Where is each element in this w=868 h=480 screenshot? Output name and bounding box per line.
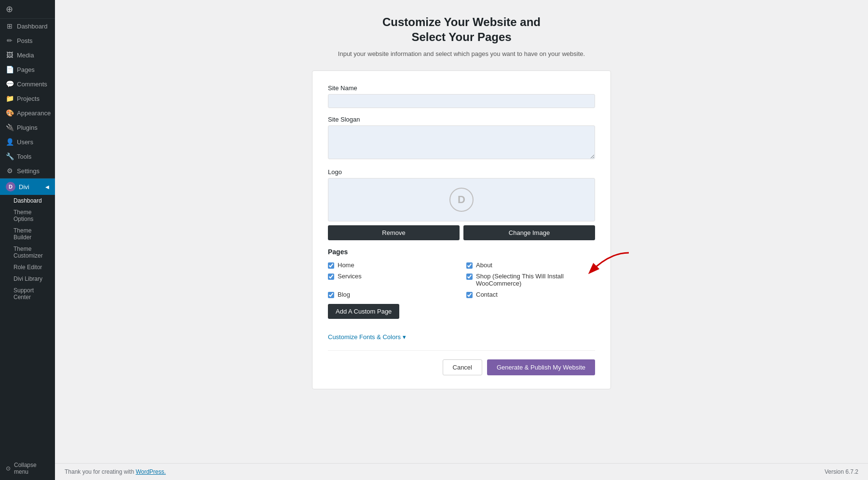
divi-sub-label: Role Editor bbox=[14, 264, 42, 271]
divi-sub-item-role-editor[interactable]: Role Editor bbox=[0, 261, 55, 273]
sidebar-item-comments[interactable]: 💬 Comments bbox=[0, 77, 55, 91]
sidebar-item-label: Plugins bbox=[17, 124, 38, 131]
logo-buttons: Remove Change Image bbox=[328, 225, 595, 240]
footer-text: Thank you for creating with WordPress. bbox=[65, 468, 166, 475]
pages-grid: Home About bbox=[328, 261, 595, 298]
cancel-button[interactable]: Cancel bbox=[443, 359, 482, 375]
divi-menu-item[interactable]: D Divi ◀ bbox=[0, 178, 55, 195]
add-custom-page-button[interactable]: Add A Custom Page bbox=[328, 304, 399, 319]
page-title: Customize Your Website and Select Your P… bbox=[382, 14, 541, 44]
page-subtitle: Input your website information and selec… bbox=[338, 49, 585, 59]
page-checkbox-contact[interactable]: Contact bbox=[466, 291, 595, 298]
media-icon: 🖼 bbox=[6, 51, 14, 59]
sidebar-item-users[interactable]: 👤 Users bbox=[0, 135, 55, 149]
form-footer: Cancel Generate & Publish My Website bbox=[328, 350, 595, 375]
sidebar: ⊕ ⊞ Dashboard ✏ Posts 🖼 Media 📄 Pages 💬 … bbox=[0, 0, 55, 480]
checkbox-home[interactable] bbox=[328, 262, 334, 269]
content-area: Customize Your Website and Select Your P… bbox=[55, 0, 868, 463]
sidebar-item-settings[interactable]: ⚙ Settings bbox=[0, 164, 55, 178]
sidebar-item-label: Comments bbox=[17, 81, 47, 88]
change-image-button[interactable]: Change Image bbox=[463, 225, 595, 240]
collapse-menu-button[interactable]: ⊙ Collapse menu bbox=[0, 457, 55, 480]
divi-sub-label: Support Center bbox=[14, 287, 34, 301]
page-checkbox-home[interactable]: Home bbox=[328, 261, 457, 269]
publish-button[interactable]: Generate & Publish My Website bbox=[487, 359, 595, 375]
page-checkbox-blog[interactable]: Blog bbox=[328, 291, 457, 298]
sidebar-item-label: Appearance bbox=[17, 110, 51, 117]
main-content: Customize Your Website and Select Your P… bbox=[55, 0, 868, 480]
divi-icon: D bbox=[6, 182, 15, 192]
remove-logo-button[interactable]: Remove bbox=[328, 225, 460, 240]
sidebar-item-appearance[interactable]: 🎨 Appearance bbox=[0, 106, 55, 120]
pages-section-title: Pages bbox=[328, 248, 595, 256]
version-text: Version 6.7.2 bbox=[825, 468, 858, 475]
sidebar-item-label: Dashboard bbox=[17, 23, 48, 30]
divi-sub-item-theme-builder[interactable]: Theme Builder bbox=[0, 225, 55, 243]
users-icon: 👤 bbox=[6, 138, 14, 146]
checkbox-about[interactable] bbox=[466, 262, 473, 269]
wordpress-link[interactable]: WordPress. bbox=[136, 468, 165, 475]
form-card: Site Name Site Slogan Logo D Remove Chan… bbox=[312, 70, 611, 389]
sidebar-item-pages[interactable]: 📄 Pages bbox=[0, 62, 55, 77]
divi-sub-item-divi-library[interactable]: Divi Library bbox=[0, 273, 55, 285]
sidebar-item-label: Media bbox=[17, 52, 34, 59]
appearance-icon: 🎨 bbox=[6, 109, 14, 117]
comments-icon: 💬 bbox=[6, 80, 14, 88]
sidebar-item-tools[interactable]: 🔧 Tools bbox=[0, 149, 55, 164]
chevron-icon: ◀ bbox=[45, 184, 49, 190]
checkbox-blog[interactable] bbox=[328, 292, 334, 298]
divi-label: Divi bbox=[19, 183, 29, 191]
logo-field-group: Logo D Remove Change Image bbox=[328, 168, 595, 240]
sidebar-item-label: Tools bbox=[17, 153, 31, 160]
customize-fonts-colors-link[interactable]: Customize Fonts & Colors ▾ bbox=[328, 333, 595, 341]
page-checkbox-shop[interactable]: Shop (Selecting This Will Install WooCom… bbox=[466, 273, 595, 287]
collapse-icon: ⊙ bbox=[6, 465, 11, 472]
checkbox-shop[interactable] bbox=[466, 274, 473, 280]
sidebar-item-projects[interactable]: 📁 Projects bbox=[0, 91, 55, 106]
divi-section: D Divi ◀ Dashboard Theme Options Theme B… bbox=[0, 178, 55, 303]
sidebar-item-label: Projects bbox=[17, 95, 40, 102]
logo-label: Logo bbox=[328, 168, 595, 176]
projects-icon: 📁 bbox=[6, 95, 14, 102]
logo-divi-icon: D bbox=[449, 188, 474, 212]
tools-icon: 🔧 bbox=[6, 152, 14, 160]
site-slogan-input[interactable] bbox=[328, 125, 595, 159]
site-name-field-group: Site Name bbox=[328, 84, 595, 108]
divi-sub-label: Theme Options bbox=[14, 209, 33, 222]
site-name-input[interactable] bbox=[328, 94, 595, 108]
wp-icon: ⊕ bbox=[6, 4, 13, 14]
sidebar-item-dashboard[interactable]: ⊞ Dashboard bbox=[0, 19, 55, 33]
sidebar-item-label: Settings bbox=[17, 167, 40, 175]
footer: Thank you for creating with WordPress. V… bbox=[55, 463, 868, 480]
sidebar-item-label: Pages bbox=[17, 66, 35, 73]
sidebar-item-plugins[interactable]: 🔌 Plugins bbox=[0, 120, 55, 135]
posts-icon: ✏ bbox=[6, 37, 14, 44]
page-checkbox-services[interactable]: Services bbox=[328, 273, 457, 287]
divi-sub-label: Theme Builder bbox=[14, 227, 31, 241]
dashboard-icon: ⊞ bbox=[6, 22, 14, 30]
logo-preview: D bbox=[328, 178, 595, 221]
divi-sub-item-support-center[interactable]: Support Center bbox=[0, 285, 55, 303]
checkbox-services[interactable] bbox=[328, 274, 334, 280]
page-checkbox-about[interactable]: About bbox=[466, 261, 492, 269]
settings-icon: ⚙ bbox=[6, 167, 14, 175]
divi-sub-item-theme-customizer[interactable]: Theme Customizer bbox=[0, 243, 55, 261]
pages-field-group: Pages Home About bbox=[328, 248, 595, 326]
wordpress-logo[interactable]: ⊕ bbox=[0, 0, 55, 19]
sidebar-item-label: Posts bbox=[17, 37, 33, 44]
site-slogan-label: Site Slogan bbox=[328, 116, 595, 123]
divi-sub-label: Divi Library bbox=[14, 275, 42, 282]
chevron-down-icon: ▾ bbox=[403, 333, 406, 341]
pages-icon: 📄 bbox=[6, 66, 14, 73]
divi-sub-item-theme-options[interactable]: Theme Options bbox=[0, 206, 55, 225]
sidebar-item-posts[interactable]: ✏ Posts bbox=[0, 33, 55, 48]
plugins-icon: 🔌 bbox=[6, 123, 14, 131]
collapse-label: Collapse menu bbox=[14, 462, 49, 475]
divi-sub-label: Theme Customizer bbox=[14, 246, 43, 259]
sidebar-item-label: Users bbox=[17, 138, 33, 146]
checkbox-contact[interactable] bbox=[466, 292, 473, 298]
sidebar-item-media[interactable]: 🖼 Media bbox=[0, 48, 55, 62]
site-name-label: Site Name bbox=[328, 84, 595, 92]
site-slogan-field-group: Site Slogan bbox=[328, 116, 595, 161]
divi-sub-item-dashboard[interactable]: Dashboard bbox=[0, 195, 55, 206]
